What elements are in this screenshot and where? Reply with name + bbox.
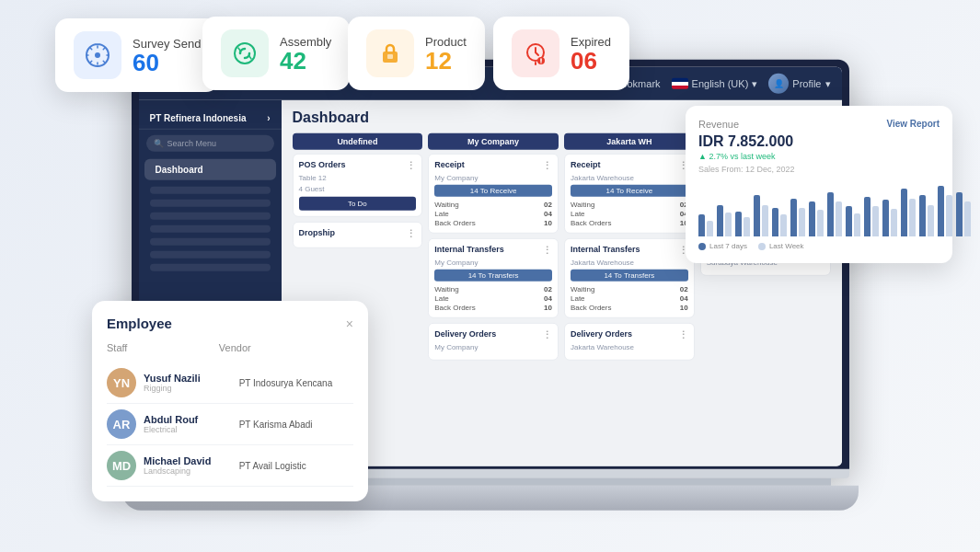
revenue-title: Revenue [698,119,739,130]
product-value: 12 [425,49,467,73]
chart-bar-group-11 [901,189,916,236]
card-delivery-jakarta[interactable]: Delivery Orders ⋮ Jakarta Warehouse [564,323,695,361]
card-internal-jakarta[interactable]: Internal Transfers ⋮ Jakarta Warehouse 1… [564,238,695,318]
profile-label: Profile [792,78,821,89]
emp-avatar-2: MD [107,451,136,480]
legend-prev: Last Week [758,242,804,250]
sidebar-company[interactable]: PT Refinera Indonesia › [139,108,282,130]
card-expired[interactable]: Expired 06 [493,17,629,90]
emp-info-0: Yusuf Nazili Rigging [144,373,239,393]
sidebar-item-1[interactable] [150,187,271,194]
company-chevron: › [267,113,270,123]
emp-info-1: Abdul Rouf Electrical [144,414,239,434]
receipt-mc-dots[interactable]: ⋮ [542,160,552,172]
assembly-info: Assembly 42 [280,35,331,73]
language-chevron: ▾ [752,77,757,89]
bar-current-12 [919,195,926,236]
receipt-mc-late: 04 [544,210,552,218]
profile-item[interactable]: 👤 Profile ▾ [768,74,830,94]
pos-dots[interactable]: ⋮ [406,160,416,172]
sidebar-item-dashboard[interactable]: Dashboard [144,159,276,180]
internal-mc-btn[interactable]: 14 To Transfers [434,270,552,282]
card-survey-send[interactable]: Survey Send 60 [55,18,219,92]
bar-prev-12 [928,205,934,236]
card-internal-mycompany[interactable]: Internal Transfers ⋮ My Company 14 To Tr… [428,238,559,318]
bar-current-5 [790,199,797,236]
col-my-company: My Company Receipt ⋮ My Company 14 To Re… [428,133,559,365]
late-label: Late [434,210,449,218]
bar-current-7 [827,192,834,236]
flag-icon [672,78,688,89]
bar-prev-2 [744,217,750,236]
card-product[interactable]: Product 12 [348,17,485,90]
sidebar-item-3[interactable] [150,213,271,220]
sidebar-item-5[interactable] [150,238,271,246]
view-report-link[interactable]: View Report [886,119,940,129]
revenue-card: Revenue View Report IDR 7.852.000 ▲ 2.7%… [686,106,952,263]
legend-current-label: Last 7 days [709,242,747,250]
employee-columns: Staff Vendor [107,342,353,353]
company-name: PT Refinera Indonesia [150,113,247,123]
employee-card: Employee × Staff Vendor YN Yusuf Nazili … [92,301,368,501]
language-item[interactable]: English (UK) ▾ [672,77,758,89]
revenue-header: Revenue View Report [698,119,940,130]
bar-current-3 [754,195,760,236]
pos-btn[interactable]: To Do [299,197,417,211]
col-staff-label: Staff [107,342,219,353]
employee-row-0[interactable]: YN Yusuf Nazili Rigging PT Indosurya Ken… [107,362,353,404]
employee-row-2[interactable]: MD Michael David Landscaping PT Avail Lo… [107,445,353,487]
chart-bar-group-6 [809,201,824,236]
chart-bar-group-1 [717,205,732,236]
employee-row-1[interactable]: AR Abdul Rouf Electrical PT Karisma Abad… [107,404,353,445]
sidebar-item-4[interactable] [150,225,271,233]
sidebar-item-2[interactable] [150,200,271,207]
chart-bar-group-9 [864,197,879,236]
bar-prev-7 [836,201,842,236]
chart-bar-group-14 [956,192,971,236]
svg-rect-2 [387,54,393,59]
avatar: 👤 [768,74,789,94]
sidebar-search[interactable]: 🔍 Search Menu [146,135,274,152]
chart-bar-group-4 [772,208,787,236]
svg-point-0 [95,52,100,58]
chart-bar-group-10 [882,200,897,236]
legend-dot-current [698,243,706,250]
sidebar-item-6[interactable] [150,251,271,259]
receipt-mc-sub: My Company [434,174,552,182]
card-delivery-mycompany[interactable]: Delivery Orders ⋮ My Company [428,323,559,361]
pos-title: POS Orders [299,160,346,172]
emp-avatar-img-1: AR [107,409,136,439]
emp-name-2: Michael David [144,455,239,466]
language-label: English (UK) [692,78,749,89]
bar-prev-9 [872,206,879,236]
bar-current-4 [772,208,778,236]
legend-dot-prev [758,243,766,250]
card-receipt-jakarta[interactable]: Receipt ⋮ Jakarta Warehouse 14 To Receiv… [564,154,695,234]
internal-mc-sub: My Company [434,259,552,267]
col-jakarta: Jakarta WH Receipt ⋮ Jakarta Warehouse 1… [564,133,695,365]
chart-bar-group-7 [827,192,842,236]
survey-send-value: 60 [133,51,201,75]
card-pos-orders[interactable]: POS Orders ⋮ Table 12 4 Guest To Do [293,154,423,217]
assembly-value: 42 [280,49,331,73]
revenue-change: ▲ 2.7% vs last week [698,152,940,161]
sidebar-item-7[interactable] [150,264,271,271]
card-receipt-mycompany[interactable]: Receipt ⋮ My Company 14 To Receive Waiti… [428,154,559,234]
dropship-dots[interactable]: ⋮ [406,228,416,240]
emp-vendor-0: PT Indosurya Kencana [239,378,353,388]
card-dropship[interactable]: Dropship ⋮ [293,222,423,248]
emp-info-2: Michael David Landscaping [144,455,239,476]
internal-mc-dots[interactable]: ⋮ [542,245,552,257]
card-assembly[interactable]: Assembly 42 [202,17,350,90]
chart-bar-group-5 [790,199,805,236]
receipt-mc-btn[interactable]: 14 To Receive [434,185,552,197]
dropship-title: Dropship [299,228,336,240]
close-button[interactable]: × [346,316,353,331]
expired-icon [512,29,559,77]
bar-current-1 [717,205,723,236]
profile-chevron: ▾ [825,77,831,89]
emp-vendor-1: PT Karisma Abadi [239,420,353,430]
bar-current-9 [864,197,870,236]
delivery-mc-title: Delivery Orders [434,329,496,341]
bar-current-0 [698,214,705,236]
